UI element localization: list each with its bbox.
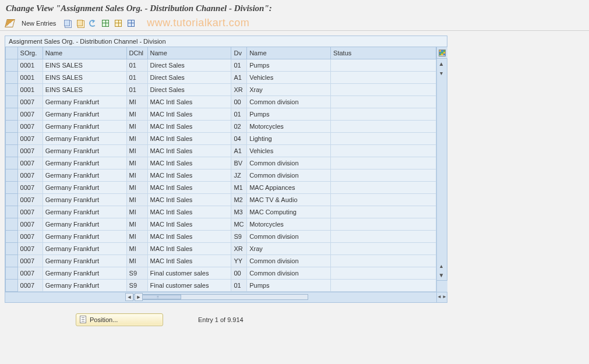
cell-name1[interactable]: EINS SALES — [43, 59, 126, 71]
cell-name3[interactable]: Common division — [247, 169, 331, 181]
row-selector[interactable] — [6, 144, 18, 157]
cell-name2[interactable]: MAC Intl Sales — [147, 108, 231, 120]
cell-sorg[interactable]: 0007 — [17, 206, 43, 218]
cell-dv[interactable]: 01 — [231, 59, 247, 71]
row-selector[interactable] — [6, 267, 18, 279]
table-row[interactable]: 0001EINS SALES01Direct SalesA1Vehicles — [6, 71, 436, 83]
table-row[interactable]: 0007Germany FrankfurtS9Final customer sa… — [6, 267, 436, 279]
table-row[interactable]: 0001EINS SALES01Direct SalesXRXray — [6, 83, 436, 96]
cell-sorg[interactable]: 0007 — [17, 108, 43, 120]
table-row[interactable]: 0007Germany FrankfurtMIMAC Intl SalesA1V… — [6, 144, 436, 157]
row-selector[interactable] — [6, 120, 18, 132]
cell-status[interactable] — [331, 218, 436, 230]
cell-name2[interactable]: MAC Intl Sales — [147, 96, 231, 108]
scroll-up-button[interactable]: ▾ — [437, 68, 446, 77]
cell-dchl[interactable]: MI — [126, 132, 147, 144]
cell-sorg[interactable]: 0007 — [17, 218, 43, 230]
cell-dchl[interactable]: MI — [126, 157, 147, 169]
cell-name2[interactable]: MAC Intl Sales — [147, 230, 231, 242]
table-row[interactable]: 0007Germany FrankfurtMIMAC Intl SalesM2M… — [6, 193, 436, 206]
cell-dv[interactable]: 00 — [231, 267, 247, 279]
undo-change-button[interactable] — [87, 17, 98, 29]
cell-name3[interactable]: Common division — [247, 267, 331, 279]
table-row[interactable]: 0007Germany FrankfurtMIMAC Intl Sales00C… — [6, 96, 436, 108]
cell-status[interactable] — [331, 230, 436, 242]
cell-name3[interactable]: Motorcycles — [247, 120, 331, 132]
cell-name3[interactable]: Common division — [247, 255, 331, 267]
cell-name1[interactable]: Germany Frankfurt — [43, 267, 126, 279]
table-row[interactable]: 0007Germany FrankfurtMIMAC Intl Sales04L… — [6, 132, 436, 144]
cell-sorg[interactable]: 0007 — [17, 132, 43, 144]
col-header-dv[interactable]: Dv — [231, 47, 247, 59]
cell-dv[interactable]: 04 — [231, 132, 247, 144]
cell-dv[interactable]: YY — [231, 255, 247, 267]
cell-dchl[interactable]: MI — [126, 242, 147, 255]
cell-status[interactable] — [331, 181, 436, 193]
row-selector[interactable] — [6, 230, 18, 242]
table-row[interactable]: 0007Germany FrankfurtS9Final customer sa… — [6, 279, 436, 291]
cell-dchl[interactable]: S9 — [126, 267, 147, 279]
new-entries-button[interactable]: New Entries — [17, 17, 60, 29]
cell-status[interactable] — [331, 267, 436, 279]
cell-name1[interactable]: Germany Frankfurt — [43, 206, 126, 218]
cell-dv[interactable]: 01 — [231, 108, 247, 120]
table-row[interactable]: 0007Germany FrankfurtMIMAC Intl SalesM1M… — [6, 181, 436, 193]
hscroll-right-arrow-icon[interactable]: ► — [135, 293, 143, 301]
cell-dchl[interactable]: 01 — [126, 71, 147, 83]
cell-sorg[interactable]: 0007 — [17, 144, 43, 157]
cell-name3[interactable]: Vehicles — [247, 71, 331, 83]
cell-name1[interactable]: Germany Frankfurt — [43, 218, 126, 230]
cell-name3[interactable]: Pumps — [247, 279, 331, 291]
cell-dv[interactable]: 00 — [231, 96, 247, 108]
cell-name3[interactable]: Pumps — [247, 108, 331, 120]
cell-sorg[interactable]: 0007 — [17, 242, 43, 255]
cell-sorg[interactable]: 0007 — [17, 279, 43, 291]
select-all-button[interactable] — [100, 17, 111, 29]
cell-dchl[interactable]: MI — [126, 108, 147, 120]
cell-name3[interactable]: MAC Appiances — [247, 181, 331, 193]
cell-name1[interactable]: EINS SALES — [43, 83, 126, 96]
cell-name3[interactable]: Lighting — [247, 132, 331, 144]
cell-name2[interactable]: MAC Intl Sales — [147, 181, 231, 193]
cell-name2[interactable]: MAC Intl Sales — [147, 193, 231, 206]
row-selector[interactable] — [6, 96, 18, 108]
cell-status[interactable] — [331, 169, 436, 181]
cell-name3[interactable]: Vehicles — [247, 144, 331, 157]
cell-name2[interactable]: MAC Intl Sales — [147, 255, 231, 267]
cell-name2[interactable]: Direct Sales — [147, 71, 231, 83]
cell-dv[interactable]: JZ — [231, 169, 247, 181]
cell-name2[interactable]: MAC Intl Sales — [147, 157, 231, 169]
cell-name1[interactable]: Germany Frankfurt — [43, 242, 126, 255]
table-row[interactable]: 0007Germany FrankfurtMIMAC Intl SalesBVC… — [6, 157, 436, 169]
cell-dv[interactable]: M2 — [231, 193, 247, 206]
row-selector[interactable] — [6, 206, 18, 218]
cell-dv[interactable]: S9 — [231, 230, 247, 242]
cell-name1[interactable]: Germany Frankfurt — [43, 144, 126, 157]
deselect-all-button[interactable] — [125, 17, 137, 29]
cell-name1[interactable]: Germany Frankfurt — [43, 230, 126, 242]
cell-name1[interactable]: Germany Frankfurt — [43, 120, 126, 132]
cell-sorg[interactable]: 0001 — [17, 59, 43, 71]
col-header-name2[interactable]: Name — [147, 47, 231, 59]
cell-name3[interactable]: Xray — [247, 242, 331, 255]
cell-dchl[interactable]: S9 — [126, 279, 147, 291]
cell-dchl[interactable]: MI — [126, 96, 147, 108]
col-header-name1[interactable]: Name — [43, 47, 126, 59]
cell-sorg[interactable]: 0007 — [17, 96, 43, 108]
table-settings-button[interactable] — [437, 47, 447, 59]
col-header-status[interactable]: Status — [331, 47, 436, 59]
cell-dchl[interactable]: MI — [126, 255, 147, 267]
cell-dchl[interactable]: MI — [126, 230, 147, 242]
cell-name2[interactable]: MAC Intl Sales — [147, 144, 231, 157]
table-row[interactable]: 0007Germany FrankfurtMIMAC Intl SalesMCM… — [6, 218, 436, 230]
cell-name3[interactable]: Pumps — [247, 59, 331, 71]
cell-dchl[interactable]: 01 — [126, 83, 147, 96]
scroll-down-button[interactable]: ▴ — [437, 261, 446, 271]
select-block-button[interactable] — [112, 17, 124, 29]
table-row[interactable]: 0007Germany FrankfurtMIMAC Intl Sales02M… — [6, 120, 436, 132]
cell-dv[interactable]: A1 — [231, 144, 247, 157]
copy-as-button[interactable] — [61, 17, 73, 29]
cell-name1[interactable]: Germany Frankfurt — [43, 132, 126, 144]
cell-name2[interactable]: MAC Intl Sales — [147, 132, 231, 144]
horizontal-scrollbar[interactable]: ◄ ► ⠿ — [5, 292, 436, 302]
